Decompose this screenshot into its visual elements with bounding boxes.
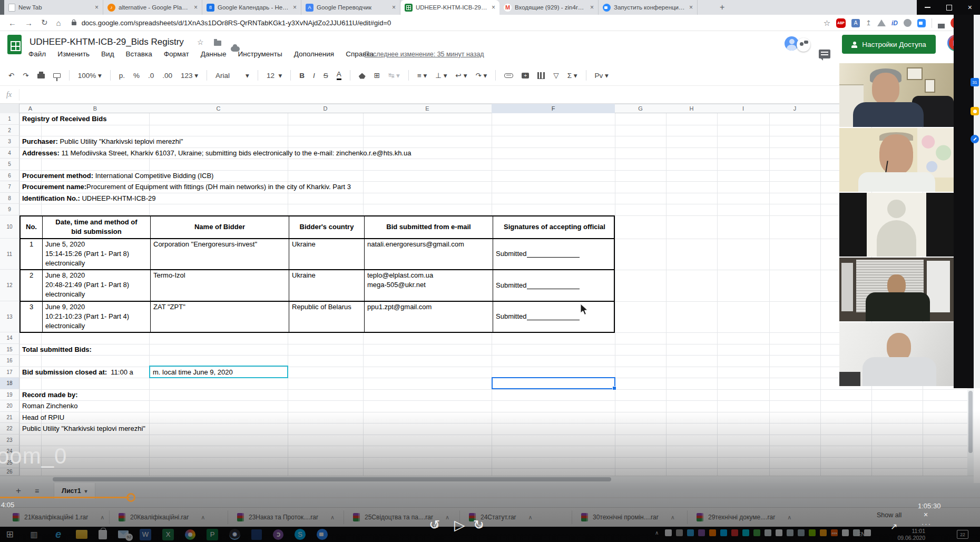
taskbar-app-start[interactable]: ⊞ <box>3 528 16 541</box>
row-header-9[interactable]: 9 <box>0 204 19 215</box>
fill-color-icon[interactable] <box>359 72 366 79</box>
increase-decimal-button[interactable]: .00 <box>162 72 172 80</box>
participant-2-video-tile[interactable] <box>839 128 954 192</box>
download-item[interactable]: 30технічні промін....rar∧ <box>581 511 675 524</box>
select-all-corner[interactable] <box>0 104 19 113</box>
downloads-show-all[interactable]: Show all <box>877 511 901 519</box>
row-header-7[interactable]: 7 <box>0 181 19 193</box>
bids-cell[interactable]: June 9, 2020 10:21-10:23 (Part 1- Part 4… <box>42 302 150 332</box>
download-item[interactable]: 29технічні докуме....rar∧ <box>697 511 791 524</box>
insert-chart-icon[interactable] <box>537 72 545 79</box>
share-extension-icon[interactable]: ↥ <box>866 19 871 27</box>
tray-skype-icon[interactable] <box>720 529 727 536</box>
row-header-18[interactable]: 18 <box>0 378 19 389</box>
menu-Файл[interactable]: Файл <box>28 50 46 58</box>
taskbar-app-edge[interactable]: e <box>52 528 65 541</box>
player-more-icon[interactable]: ··· <box>922 520 932 528</box>
menu-Инструменты[interactable]: Инструменты <box>238 50 282 58</box>
tray-expand-icon[interactable]: ∧ <box>655 530 659 536</box>
row-header-3[interactable]: 3 <box>0 136 19 147</box>
sheet-tab-dropdown-icon[interactable]: ▾ <box>85 488 87 494</box>
bids-header-cell[interactable]: Name of Bidder <box>150 216 289 238</box>
tray-webcam-icon[interactable] <box>798 529 805 536</box>
close-icon[interactable]: × <box>968 4 972 11</box>
row-header-8[interactable]: 8 <box>0 193 19 204</box>
tray-mic-icon[interactable] <box>676 529 683 536</box>
document-title[interactable]: UDHEEP-KHTM-ICB-29_Bids Registry <box>30 37 184 47</box>
cell-a7-name[interactable]: Procurement name:Procurement of Equipmen… <box>22 181 351 193</box>
id-extension-icon[interactable]: iD <box>891 19 898 27</box>
column-header-J[interactable]: J <box>769 104 820 113</box>
adblock-icon[interactable]: ABP <box>836 18 846 28</box>
row-header-4[interactable]: 4 <box>0 147 19 159</box>
bids-cell[interactable]: Termo-Izol <box>150 270 289 301</box>
maximize-icon[interactable] <box>946 5 952 11</box>
column-header-A[interactable]: A <box>19 104 41 113</box>
browser-tab[interactable]: UDHEEP-KHTM-ICB-29_Bids Reg× <box>400 0 499 15</box>
back-icon[interactable]: ← <box>8 18 16 27</box>
cell-a6-method[interactable]: Procurement method: International Compet… <box>22 170 213 182</box>
participant-5-video-tile[interactable] <box>839 322 954 386</box>
download-chevron-icon[interactable]: ∧ <box>201 514 205 521</box>
row-header-21[interactable]: 21 <box>0 412 19 423</box>
italic-button[interactable]: I <box>313 72 315 80</box>
column-header-D[interactable]: D <box>288 104 363 113</box>
playlist-icon[interactable] <box>938 18 945 24</box>
row-header-15[interactable]: 15 <box>0 344 19 356</box>
cell-a20-name[interactable]: Roman Zinchenko <box>22 400 78 412</box>
bids-cell[interactable]: Ukraine <box>289 239 364 270</box>
bids-cell[interactable]: June 8, 2020 20:48-21:49 (Part 1- Part 8… <box>42 270 150 301</box>
cell-a1-title[interactable]: Registry of Received Bids <box>22 113 106 125</box>
bids-header-cell[interactable]: Date, time and method of bid submission <box>42 216 150 238</box>
column-header-E[interactable]: E <box>363 104 492 113</box>
download-chevron-icon[interactable]: ∧ <box>528 514 533 521</box>
browser-tab[interactable]: AGoogle Переводчик× <box>301 0 400 15</box>
tray-nvidia-icon[interactable] <box>809 529 816 536</box>
seek-bar-handle[interactable] <box>126 493 135 502</box>
filter-icon[interactable]: ▽ <box>553 71 558 80</box>
calendar-panel-icon[interactable]: 31 <box>971 78 979 86</box>
undo-icon[interactable]: ↶ <box>8 71 14 80</box>
comments-button[interactable] <box>819 50 830 58</box>
bookmark-icon[interactable]: ☆ <box>824 18 830 28</box>
keep-panel-icon[interactable] <box>971 107 979 115</box>
language-indicator[interactable]: ENG <box>857 531 870 537</box>
cell-a19-record[interactable]: Record made by: <box>22 389 77 401</box>
taskbar-app-excel[interactable]: X <box>162 529 174 540</box>
tab-close-icon[interactable]: × <box>590 4 594 11</box>
tray-palette-icon[interactable] <box>820 529 827 536</box>
taskbar-app-viber[interactable] <box>273 529 283 540</box>
share-button[interactable]: Настройки Доступа <box>842 35 936 54</box>
reload-icon[interactable]: ↻ <box>41 18 48 27</box>
tray-antivirus-icon[interactable] <box>753 529 760 536</box>
row-header-11[interactable]: 11 <box>0 239 19 270</box>
font-select[interactable]: Arial ▾ <box>215 71 249 80</box>
bids-cell[interactable]: 1 <box>21 239 42 270</box>
download-chevron-icon[interactable]: ∧ <box>445 514 449 521</box>
taskbar-app-store[interactable] <box>99 530 107 539</box>
url-text[interactable]: docs.google.com/spreadsheets/d/1XnA3s1DO… <box>82 19 391 27</box>
download-chevron-icon[interactable]: ∧ <box>330 514 335 521</box>
cell-a3-purchaser[interactable]: Purchaser: Public Utility "Kharkivski te… <box>22 136 183 147</box>
tray-teamviewer-icon[interactable] <box>687 529 694 536</box>
row-header-5[interactable]: 5 <box>0 159 19 170</box>
text-rotation-icon[interactable]: ↷ ▾ <box>475 71 487 80</box>
rewind-10-icon[interactable]: ↺10 <box>429 517 440 533</box>
bids-cell[interactable]: ppu1.zpt@gmail.com <box>364 302 493 332</box>
action-center-icon[interactable]: 22 <box>957 530 968 539</box>
collaborator-chat-avatar[interactable] <box>797 38 810 52</box>
horizontal-scrollbar-thumb[interactable] <box>53 477 611 481</box>
tray-adobe-icon[interactable] <box>731 529 738 536</box>
bids-cell[interactable]: ZAT "ZPT" <box>150 302 289 332</box>
bids-cell[interactable]: teplo@elplast.com.ua mega-505@ukr.net <box>364 270 493 301</box>
row-header-22[interactable]: 22 <box>0 423 19 435</box>
new-tab-button[interactable]: + <box>720 3 724 12</box>
fullscreen-icon[interactable]: ↗ <box>890 521 897 531</box>
taskbar-app-mail[interactable]: 92 <box>118 530 129 538</box>
taskbar-app-explorer[interactable] <box>76 530 87 539</box>
row-header-12[interactable]: 12 <box>0 270 19 301</box>
tray-viber-icon[interactable] <box>698 529 705 536</box>
play-icon[interactable]: ▷ <box>454 517 465 534</box>
vertical-align-icon[interactable]: ⊥ ▾ <box>435 71 447 80</box>
bids-cell[interactable]: 3 <box>21 302 42 332</box>
